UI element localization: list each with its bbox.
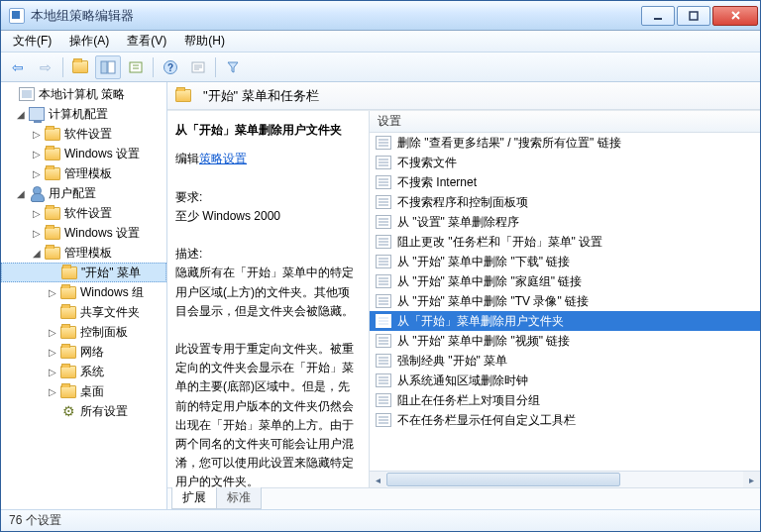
expand-icon[interactable]: ▷ (47, 286, 58, 298)
collapse-icon[interactable]: ◢ (15, 108, 27, 120)
list-column-header[interactable]: 设置 (370, 111, 760, 133)
folder-icon (61, 266, 77, 279)
tree-start-menu[interactable]: "开始" 菜单 (1, 263, 166, 282)
list-item-label: 阻止在任务栏上对项目分组 (397, 392, 540, 409)
list-item[interactable]: 不搜索程序和控制面板项 (370, 192, 760, 212)
expand-icon[interactable]: ▷ (31, 227, 43, 239)
expand-icon[interactable]: ▷ (31, 167, 43, 179)
horizontal-scrollbar[interactable]: ◂ ▸ (370, 471, 760, 487)
tree-user-config[interactable]: ◢用户配置 (1, 183, 166, 203)
list-item[interactable]: 阻止更改 "任务栏和「开始」菜单" 设置 (370, 232, 760, 252)
list-item-label: 阻止更改 "任务栏和「开始」菜单" 设置 (397, 234, 602, 251)
nav-back-button[interactable]: ⇦ (5, 55, 31, 79)
description-pane: 从「开始」菜单删除用户文件夹 编辑策略设置 要求: 至少 Windows 200… (167, 111, 370, 487)
tree-item[interactable]: ▷桌面 (1, 381, 166, 401)
list-item[interactable]: 不搜索文件 (370, 153, 760, 172)
list-item[interactable]: 阻止在任务栏上对项目分组 (370, 390, 760, 410)
up-button[interactable] (67, 55, 93, 79)
expand-icon[interactable]: ▷ (31, 148, 43, 160)
list-item[interactable]: 从 "开始" 菜单中删除 "TV 录像" 链接 (370, 291, 760, 311)
expand-icon[interactable]: ▷ (31, 207, 43, 219)
gpedit-window: 本地组策略编辑器 文件(F) 操作(A) 查看(V) 帮助(H) ⇦ ⇨ ? 本… (0, 0, 761, 532)
tree-item[interactable]: ▷控制面板 (1, 322, 166, 342)
scroll-thumb[interactable] (386, 473, 620, 486)
policy-settings-link[interactable]: 策略设置 (199, 152, 247, 165)
properties-button[interactable] (185, 55, 211, 79)
list-item-label: 从 "设置" 菜单删除程序 (397, 214, 519, 231)
list-item-label: 从 "开始" 菜单中删除 "TV 录像" 链接 (397, 293, 589, 310)
policy-icon (376, 354, 391, 368)
folder-icon (45, 207, 60, 220)
expand-icon[interactable]: ▷ (47, 346, 58, 358)
tree-item[interactable]: ▷Windows 设置 (1, 144, 166, 163)
collapse-icon[interactable]: ◢ (31, 247, 43, 259)
scroll-right-arrow[interactable]: ▸ (743, 472, 760, 487)
maximize-button[interactable] (677, 6, 710, 26)
list-item[interactable]: 从 "设置" 菜单删除程序 (370, 212, 760, 232)
tree-item[interactable]: ▷软件设置 (1, 203, 166, 223)
list-item-label: 从系统通知区域删除时钟 (397, 372, 528, 389)
view-tabs: 扩展 标准 (167, 487, 760, 509)
tree-label: 管理模板 (64, 245, 112, 262)
tree-computer-config[interactable]: ◢计算机配置 (1, 104, 166, 124)
list-body[interactable]: 删除 "查看更多结果" / "搜索所有位置" 链接不搜索文件不搜索 Intern… (370, 133, 760, 471)
list-item[interactable]: 从 "开始" 菜单中删除 "视频" 链接 (370, 331, 760, 351)
list-item[interactable]: 强制经典 "开始" 菜单 (370, 351, 760, 371)
tree-root[interactable]: 本地计算机 策略 (1, 84, 166, 104)
list-item[interactable]: 不在任务栏显示任何自定义工具栏 (370, 410, 760, 430)
menu-action[interactable]: 操作(A) (61, 31, 117, 52)
policy-icon (376, 175, 391, 189)
tab-standard[interactable]: 标准 (216, 487, 262, 509)
tree-label: Windows 设置 (64, 146, 140, 162)
tree-label: 所有设置 (80, 403, 128, 420)
settings-list: 设置 删除 "查看更多结果" / "搜索所有位置" 链接不搜索文件不搜索 Int… (370, 111, 760, 487)
path-title: "开始" 菜单和任务栏 (203, 87, 319, 105)
tree-item[interactable]: ▷Windows 组 (1, 282, 166, 302)
list-item[interactable]: 不搜索 Internet (370, 172, 760, 192)
scroll-left-arrow[interactable]: ◂ (370, 472, 386, 487)
menu-file[interactable]: 文件(F) (5, 31, 59, 52)
toolbar: ⇦ ⇨ ? (1, 53, 760, 82)
list-item[interactable]: 从 "开始" 菜单中删除 "家庭组" 链接 (370, 271, 760, 291)
list-item[interactable]: 从 "开始" 菜单中删除 "下载" 链接 (370, 252, 760, 271)
collapse-icon[interactable]: ◢ (15, 187, 27, 199)
tree-admin-templates[interactable]: ◢管理模板 (1, 243, 166, 263)
tree-label: 控制面板 (80, 324, 128, 341)
selected-policy-title: 从「开始」菜单删除用户文件夹 (175, 121, 361, 140)
expand-icon[interactable]: ▷ (47, 326, 58, 338)
help-button[interactable]: ? (158, 55, 183, 79)
edit-link-row: 编辑策略设置 (175, 150, 361, 168)
tree-item[interactable]: ▷Windows 设置 (1, 223, 166, 243)
tree-item[interactable]: ▷系统 (1, 362, 166, 381)
tree-item[interactable]: ▷管理模板 (1, 163, 166, 183)
list-item-label: 不搜索程序和控制面板项 (397, 194, 528, 211)
expand-icon[interactable]: ▷ (47, 366, 58, 377)
expand-icon[interactable]: ▷ (31, 128, 43, 140)
close-button[interactable] (712, 6, 758, 26)
list-item[interactable]: 从「开始」菜单删除用户文件夹 (370, 311, 760, 331)
svg-rect-3 (108, 61, 115, 73)
expand-icon[interactable]: ▷ (47, 385, 58, 397)
tree-item[interactable]: 共享文件夹 (1, 302, 166, 322)
list-item-label: 不搜索 Internet (397, 174, 477, 191)
menu-view[interactable]: 查看(V) (119, 31, 174, 52)
list-item-label: 删除 "查看更多结果" / "搜索所有位置" 链接 (397, 135, 621, 152)
folder-icon (45, 148, 60, 160)
minimize-button[interactable] (641, 6, 675, 26)
list-item[interactable]: 删除 "查看更多结果" / "搜索所有位置" 链接 (370, 133, 760, 153)
body: 从「开始」菜单删除用户文件夹 编辑策略设置 要求: 至少 Windows 200… (167, 110, 760, 487)
tree-all-settings[interactable]: ⚙所有设置 (1, 401, 166, 421)
tab-extended[interactable]: 扩展 (171, 487, 217, 509)
nav-forward-button[interactable]: ⇨ (33, 55, 58, 79)
filter-button[interactable] (220, 55, 246, 79)
policy-icon (376, 393, 391, 407)
status-count: 76 个设置 (9, 512, 61, 529)
export-button[interactable] (123, 55, 149, 79)
show-tree-button[interactable] (95, 55, 121, 79)
menu-help[interactable]: 帮助(H) (176, 31, 233, 52)
tree-item[interactable]: ▷软件设置 (1, 124, 166, 144)
nav-tree[interactable]: 本地计算机 策略 ◢计算机配置 ▷软件设置 ▷Windows 设置 ▷管理模板 … (1, 82, 167, 509)
gear-icon: ⚙ (60, 403, 76, 419)
list-item[interactable]: 从系统通知区域删除时钟 (370, 371, 760, 390)
tree-item[interactable]: ▷网络 (1, 342, 166, 362)
